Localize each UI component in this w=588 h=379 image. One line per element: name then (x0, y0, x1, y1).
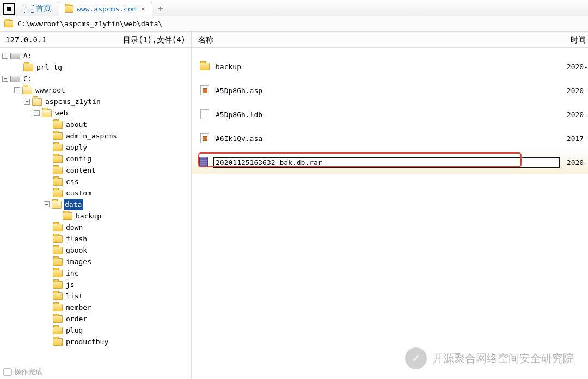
folder-icon (4, 20, 13, 27)
folder-open-icon (42, 109, 52, 117)
tab-close-icon[interactable]: × (140, 4, 146, 13)
folder-icon (200, 63, 210, 70)
tab-bar: 首页 www.aspcms.com × + (0, 0, 588, 16)
tree-folder-plug[interactable]: plug (2, 325, 189, 336)
tree-folder-wwwroot[interactable]: − wwwroot (2, 84, 189, 96)
folder-icon (53, 190, 63, 197)
tree-folder-prltg[interactable]: prl_tg (2, 62, 189, 73)
folder-icon (53, 292, 63, 300)
folder-icon (53, 327, 63, 334)
collapse-icon[interactable]: − (2, 53, 8, 59)
tree-folder-custom[interactable]: custom (2, 187, 189, 199)
tree-summary: 目录(1),文件(4) (123, 32, 186, 47)
rename-input[interactable] (213, 157, 560, 168)
list-item-renaming[interactable]: 2020- (192, 150, 588, 174)
folder-icon (53, 121, 63, 129)
list-pane: 名称 时间 backup 2020- #5Dp8Gh.asp 2020- #5D… (192, 32, 588, 379)
tree-folder-admin[interactable]: admin_aspcms (2, 130, 189, 142)
col-name[interactable]: 名称 (192, 32, 555, 47)
folder-icon (53, 281, 63, 289)
tab-url-label: www.aspcms.com (77, 5, 137, 13)
collapse-icon[interactable]: − (2, 76, 8, 82)
folder-open-icon (52, 201, 62, 209)
file-time: 2017- (555, 135, 588, 143)
tree-folder-web[interactable]: − web (2, 107, 189, 119)
tree-folder-down[interactable]: down (2, 222, 189, 233)
tree-folder-content[interactable]: content (2, 164, 189, 176)
home-dotted-icon (24, 5, 34, 13)
folder-icon (53, 224, 63, 231)
folder-icon (53, 270, 63, 277)
tree-drive-a[interactable]: − A: (2, 50, 189, 62)
file-name: #5Dp8Gh.asp (216, 87, 555, 95)
list-body: backup 2020- #5Dp8Gh.asp 2020- #5Dp8Gh.l… (192, 48, 588, 379)
status-icon (3, 368, 12, 376)
tab-add-icon[interactable]: + (158, 3, 163, 14)
tree-folder-apply[interactable]: apply (2, 142, 189, 153)
watermark: ✓ 开源聚合网络空间安全研究院 (405, 347, 574, 369)
tree-folder-flash[interactable]: flash (2, 233, 189, 244)
tree-folder-about[interactable]: about (2, 119, 189, 130)
tree-folder-aspcms[interactable]: − aspcms_z1ytin (2, 96, 189, 107)
tree-folder-gbook[interactable]: gbook (2, 244, 189, 256)
folder-open-icon (22, 87, 32, 94)
drive-icon (10, 76, 20, 82)
list-header: 名称 时间 (192, 32, 588, 48)
file-name: #5Dp8Gh.ldb (216, 111, 555, 119)
list-item[interactable]: #6Ik1Qv.asa 2017- (192, 126, 588, 150)
file-name: backup (216, 63, 555, 71)
folder-icon (53, 338, 63, 346)
drive-icon (10, 53, 20, 59)
folder-open-icon (32, 98, 42, 106)
tree-folder-order[interactable]: order (2, 313, 189, 325)
folder-icon (53, 304, 63, 311)
collapse-icon[interactable]: − (24, 99, 30, 105)
folder-icon (53, 132, 63, 140)
app-logo-icon (3, 3, 15, 15)
tree-folder-data[interactable]: − data (2, 199, 189, 210)
tab-url[interactable]: www.aspcms.com × (59, 2, 152, 16)
list-item[interactable]: #5Dp8Gh.ldb 2020- (192, 102, 588, 126)
folder-icon (53, 258, 63, 266)
tree-pane: 127.0.0.1 目录(1),文件(4) − A: prl_tg − C: (0, 32, 192, 379)
wechat-icon: ✓ (405, 347, 427, 369)
file-time: 2020- (567, 158, 588, 167)
tab-home[interactable]: 首页 (19, 2, 57, 16)
list-item[interactable]: #5Dp8Gh.asp 2020- (192, 78, 588, 102)
list-item[interactable]: backup 2020- (192, 54, 588, 78)
asa-file-icon (200, 133, 209, 143)
folder-icon (53, 155, 63, 163)
file-name: #6Ik1Qv.asa (216, 135, 555, 143)
collapse-icon[interactable]: − (34, 110, 40, 116)
folder-icon (65, 5, 74, 13)
collapse-icon[interactable]: − (44, 201, 50, 207)
tree-host: 127.0.0.1 (5, 32, 47, 47)
asp-file-icon (200, 85, 209, 95)
path-text: C:\wwwroot\aspcms_z1ytin\web\data\ (17, 20, 162, 28)
folder-icon (63, 212, 72, 220)
tab-home-label: 首页 (36, 4, 51, 14)
file-time: 2020- (555, 87, 588, 95)
tree-folder-config[interactable]: config (2, 153, 189, 164)
tree-folder-css[interactable]: css (2, 176, 189, 187)
collapse-icon[interactable]: − (14, 87, 20, 93)
tree-drive-c[interactable]: − C: (2, 73, 189, 84)
rar-file-icon (199, 157, 208, 167)
content: 127.0.0.1 目录(1),文件(4) − A: prl_tg − C: (0, 32, 588, 379)
folder-icon (53, 247, 63, 254)
file-time: 2020- (555, 111, 588, 119)
ldb-file-icon (200, 109, 209, 119)
tree-folder-backup[interactable]: backup (2, 210, 189, 222)
tree-folder-list[interactable]: list (2, 290, 189, 302)
col-time[interactable]: 时间 (555, 32, 588, 47)
folder-icon (53, 315, 63, 323)
folder-icon (53, 144, 63, 151)
tree-folder-js[interactable]: js (2, 279, 189, 290)
folder-icon (53, 235, 63, 243)
folder-icon (53, 167, 63, 174)
tree-folder-member[interactable]: member (2, 302, 189, 313)
tree-folder-productbuy[interactable]: productbuy (2, 336, 189, 347)
tree-folder-images[interactable]: images (2, 256, 189, 267)
tree-folder-inc[interactable]: inc (2, 267, 189, 279)
path-bar: C:\wwwroot\aspcms_z1ytin\web\data\ (0, 16, 588, 32)
